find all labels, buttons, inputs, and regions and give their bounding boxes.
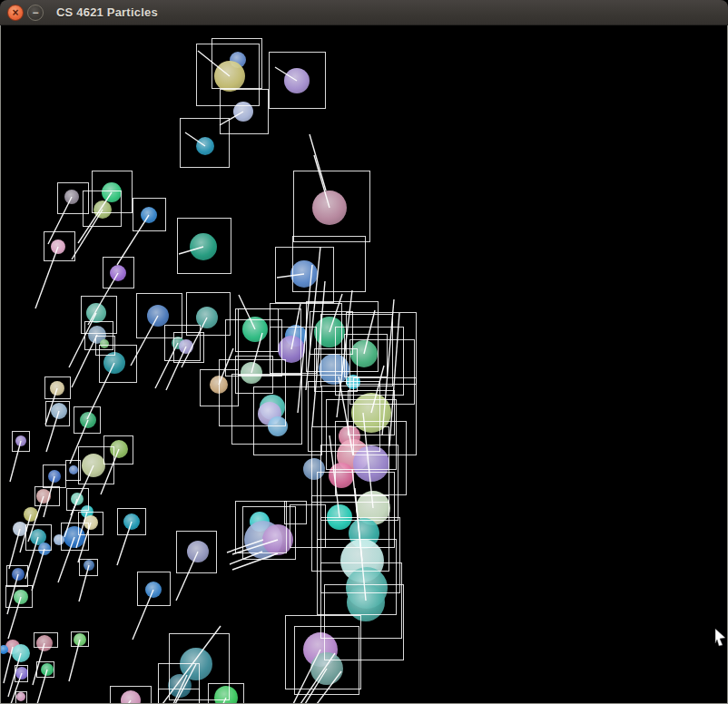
window-title: CS 4621 Particles [56, 5, 158, 19]
minimize-button[interactable]: − [27, 5, 44, 21]
close-button[interactable]: × [7, 5, 24, 21]
particles-canvas[interactable] [0, 25, 728, 704]
close-icon: × [12, 7, 18, 18]
titlebar[interactable]: × − CS 4621 Particles [0, 0, 728, 25]
app-window: × − CS 4621 Particles [0, 0, 728, 704]
minimize-icon: − [32, 7, 38, 18]
mouse-cursor [1, 25, 727, 703]
